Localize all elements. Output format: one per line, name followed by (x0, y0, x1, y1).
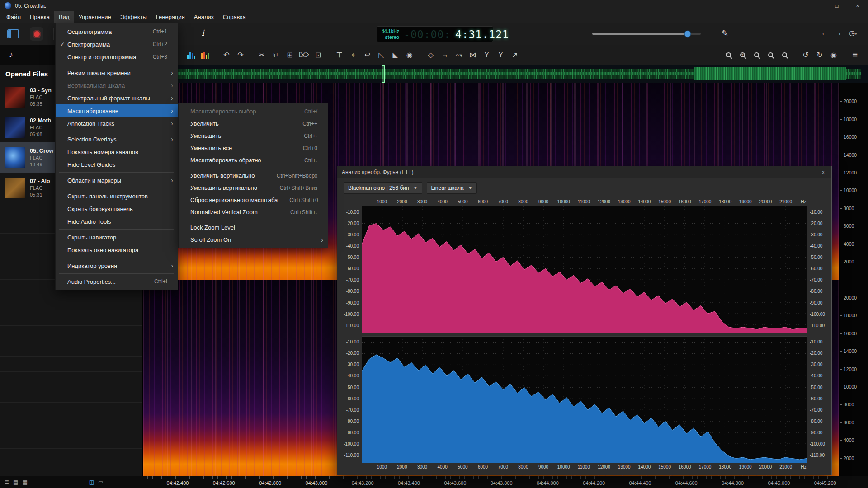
redo-icon[interactable]: ↷ (236, 49, 245, 61)
view-spectrogram-icon[interactable] (186, 49, 196, 61)
split-channels-icon[interactable]: Y (482, 49, 492, 61)
navigator-panel-icon[interactable]: ◫ (89, 479, 94, 485)
pen-input-icon[interactable]: ✎ (722, 28, 728, 38)
menu-item-hide-audio-tools[interactable]: Hide Audio Tools (56, 215, 178, 228)
menu-item-zoom-out-vertical[interactable]: Уменьшить вертикальноCtrl+Shift+Вниз (179, 182, 328, 194)
fft-y-tick-label: -30.00 (346, 362, 359, 367)
menu-item-hide-toolbar[interactable]: Скрыть панель инструментов (56, 190, 178, 202)
surround-icon[interactable]: ◉ (405, 49, 415, 61)
fade-in-icon[interactable]: ◣ (391, 49, 401, 61)
loop-back-icon[interactable]: ↩ (363, 49, 373, 61)
navigate-forward-icon[interactable]: → (835, 29, 842, 37)
record-button[interactable] (30, 27, 43, 41)
files-view-icon[interactable]: ≣ (5, 479, 9, 485)
record-ring-icon[interactable]: ◉ (829, 49, 839, 61)
music-note-icon[interactable]: ♪ (9, 50, 13, 60)
info-button[interactable]: i (198, 28, 208, 38)
menu-item-zoom-out-all[interactable]: Уменьшить всеCtrl+0 (179, 142, 328, 154)
menubar-item-5[interactable]: Эффекты (116, 11, 151, 23)
panel-menu-icon[interactable]: ≣ (850, 49, 860, 61)
menu-item-spectrum-and-waveform[interactable]: Спектр и осциллограммаCtrl+3 (56, 51, 178, 63)
menu-item-zoom-out[interactable]: УменьшитьCtrl+- (179, 130, 328, 142)
menu-item-hide-navigator[interactable]: Скрыть навигатор (56, 231, 178, 244)
titlebar[interactable]: 05. Crow.flac – □ × (0, 0, 868, 11)
fft-spectrum-right-channel[interactable] (362, 336, 807, 464)
zoom-vertical-icon[interactable] (779, 49, 789, 61)
menu-item-reset-vertical-zoom[interactable]: Сброс вертикального масштабаCtrl+Shift+0 (179, 194, 328, 206)
menu-item-hide-level-guides[interactable]: Hide Level Guides (56, 158, 178, 171)
copy-icon[interactable]: ⧉ (271, 49, 281, 61)
navigate-back-icon[interactable]: ← (821, 29, 828, 37)
level-panel-icon[interactable]: ▭ (98, 479, 103, 485)
menu-item-zoom-in-vertical[interactable]: Увеличить вертикальноCtrl+Shift+Вверх (179, 169, 328, 182)
menu-item-scroll-zoom-on[interactable]: Scroll Zoom On› (179, 234, 328, 246)
zoom-selection-icon[interactable] (751, 49, 761, 61)
zoom-in-icon[interactable]: + (737, 49, 747, 61)
minimize-button[interactable]: – (806, 0, 826, 11)
menu-item-zoom-in[interactable]: УвеличитьCtrl++ (179, 117, 328, 130)
history-forward-icon[interactable]: ↻ (815, 49, 825, 61)
menu-item-hide-sidebar[interactable]: Скрыть боковую панель (56, 202, 178, 215)
view-levels-icon[interactable] (200, 49, 210, 61)
menu-item-zoom-back[interactable]: Масштабировать обратноCtrl+. (179, 154, 328, 166)
menu-item-selection-overlays[interactable]: Selection Overlays› (56, 133, 178, 145)
menu-item-show-navigator-window[interactable]: Показать окно навигатора (56, 244, 178, 256)
menu-item-oscillogram[interactable]: ОсциллограммаCtrl+1 (56, 25, 178, 38)
menu-item-annotation-tracks[interactable]: Annotation Tracks› (56, 117, 178, 130)
align-top-icon[interactable]: ⊤ (335, 49, 344, 61)
zoom-fit-icon[interactable] (765, 49, 775, 61)
menu-item-zoom[interactable]: Масштабирование› (56, 104, 178, 117)
fade-out-icon[interactable]: ◺ (377, 49, 387, 61)
history-icon[interactable]: ◷▾ (849, 29, 857, 37)
volume-slider-handle[interactable] (684, 31, 691, 38)
menubar-item-3[interactable]: Вид (54, 11, 74, 23)
undo-icon[interactable]: ↶ (222, 49, 231, 61)
maximize-button[interactable]: □ (826, 0, 847, 11)
timeline-ruler[interactable]: 04:42.40004:42.60004:42.80004:43.00004:4… (143, 476, 839, 488)
navigator-overview[interactable] (143, 65, 868, 83)
menu-item-time-scale-mode[interactable]: Режим шкалы времени› (56, 66, 178, 79)
menu-item-vertical-scale[interactable]: Вертикальная шкала› (56, 79, 178, 92)
curve-tool-icon[interactable]: ↝ (454, 49, 464, 61)
fft-dialog-titlebar[interactable]: Анализ преобр. Фурье (FTT) x (337, 166, 831, 178)
crop-icon[interactable]: ⊡ (313, 49, 323, 61)
fft-window-select[interactable]: Blackman окно | 256 бин ▼ (344, 182, 422, 194)
fft-scale-select[interactable]: Linear шкала ▼ (427, 182, 477, 194)
paste-icon[interactable]: ⊞ (285, 49, 295, 61)
menu-item-audio-properties[interactable]: Audio Properties...Ctrl+I (56, 275, 178, 288)
tiles-view-icon[interactable]: ▤ (13, 479, 18, 485)
display-mode-icon[interactable] (7, 29, 19, 38)
menubar-item-7[interactable]: Анализ (189, 11, 218, 23)
menu-item-spectrogram[interactable]: ✓СпектрограммаCtrl+2 (56, 38, 178, 51)
history-back-icon[interactable]: ↺ (801, 49, 811, 61)
cut-icon[interactable]: ✂ (257, 49, 267, 61)
menubar-item-6[interactable]: Генерация (151, 11, 189, 23)
menu-item-label: Масштабировать выбор (190, 108, 292, 115)
frequency-scale[interactable]: 2000018000160001400012000100008000600040… (839, 83, 868, 476)
trend-icon[interactable]: ↗ (510, 49, 520, 61)
menu-item-spectral-scale-format[interactable]: Спектральный формат шкалы› (56, 92, 178, 104)
fft-spectrum-left-channel[interactable] (362, 206, 807, 333)
merge-channels-icon[interactable]: Y (496, 49, 506, 61)
volume-slider[interactable] (592, 33, 701, 35)
menu-item-level-indicator[interactable]: Индикатор уровня› (56, 259, 178, 272)
menu-item-show-channel-numbers[interactable]: Показать номера каналов (56, 145, 178, 158)
corner-tool-icon[interactable]: ¬ (440, 49, 450, 61)
grid-view-icon[interactable]: ▦ (22, 479, 27, 485)
fft-close-button[interactable]: x (820, 169, 827, 175)
menubar-item-4[interactable]: Управление (74, 11, 115, 23)
overview-viewport[interactable] (382, 65, 385, 83)
crossfade-icon[interactable]: ⋈ (468, 49, 478, 61)
menubar-item-8[interactable]: Справка (218, 11, 250, 23)
zoom-out-icon[interactable]: − (723, 49, 733, 61)
menubar-item-1[interactable]: Файл (2, 11, 25, 23)
align-center-icon[interactable]: ⌖ (349, 49, 359, 61)
menubar-item-2[interactable]: Правка (25, 11, 54, 23)
menu-item-regions-and-markers[interactable]: Области и маркеры› (56, 174, 178, 187)
menu-item-zoom-selection[interactable]: Масштабировать выборCtrl+/ (179, 105, 328, 117)
delete-icon[interactable]: ⌦ (299, 49, 309, 61)
menu-item-normalized-vertical-zoom[interactable]: Normalized Vertical ZoomCtrl+Shift+. (179, 206, 328, 218)
shape-tool-icon[interactable]: ◇ (426, 49, 436, 61)
close-button[interactable]: × (847, 0, 868, 11)
menu-item-lock-zoom-level[interactable]: Lock Zoom Level (179, 221, 328, 234)
